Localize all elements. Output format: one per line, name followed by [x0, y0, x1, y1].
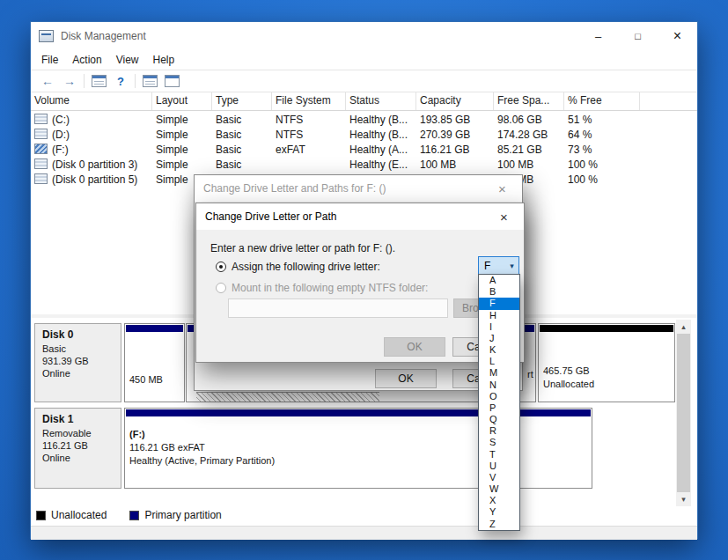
mount-folder-radio[interactable]: [216, 283, 226, 293]
column-header-filler: [640, 92, 697, 110]
partition-unallocated[interactable]: 465.75 GB Unallocated: [538, 323, 675, 402]
drive-letter-option[interactable]: J: [479, 333, 519, 344]
disk0-status: Online: [42, 367, 121, 379]
close-button[interactable]: ×: [658, 23, 697, 50]
window-glyph: [92, 75, 107, 87]
toolbar-separator: [135, 74, 136, 88]
drive-letter-option[interactable]: M: [479, 367, 519, 379]
column-header-pct-free[interactable]: % Free: [564, 92, 640, 110]
column-header-layout[interactable]: Layout: [152, 92, 212, 110]
legend: Unallocated Primary partition: [36, 509, 222, 521]
drive-letter-option[interactable]: B: [479, 286, 519, 298]
column-header-file-system[interactable]: File System: [272, 92, 346, 110]
volume-name: (F:): [52, 144, 69, 156]
change-drive-letter-or-path-dialog: Change Drive Letter or Path × Enter a ne…: [195, 203, 525, 363]
forward-arrow-icon[interactable]: →: [62, 72, 77, 90]
disk1-name: Disk 1: [42, 413, 121, 425]
disk1-size: 116.21 GB: [42, 439, 121, 452]
status-bar: [31, 526, 697, 540]
drive-letter-option[interactable]: W: [479, 483, 519, 495]
details-view-icon[interactable]: [142, 72, 158, 90]
drive-letter-dropdown-list: A B F H I J K L M N O P Q R S T U V W X …: [478, 274, 520, 531]
help-icon[interactable]: ?: [113, 72, 129, 90]
column-header-status[interactable]: Status: [346, 92, 416, 110]
minimize-button[interactable]: –: [578, 23, 618, 50]
console-tree-icon[interactable]: [91, 72, 107, 90]
column-header-capacity[interactable]: Capacity: [416, 92, 494, 110]
dialog-title: Change Drive Letter or Path: [205, 210, 336, 223]
disk1-label-box[interactable]: Disk 1 Removable 116.21 GB Online: [34, 408, 121, 489]
drive-letter-option-selected[interactable]: F: [479, 298, 519, 309]
maximize-button[interactable]: □: [618, 23, 658, 50]
vertical-scrollbar[interactable]: ▴ ▾: [676, 320, 691, 506]
disk0-type: Basic: [42, 343, 121, 355]
drive-letter-option[interactable]: Y: [479, 506, 519, 518]
unallocated-swatch: [36, 511, 46, 520]
cell-capacity: 270.39 GB: [416, 129, 494, 141]
cell-status: Healthy (E...: [346, 158, 416, 171]
close-icon[interactable]: ×: [484, 204, 524, 230]
drive-letter-option[interactable]: O: [479, 391, 519, 402]
drive-icon: [34, 114, 48, 124]
table-row-c[interactable]: (C:) Simple Basic NTFS Healthy (B... 193…: [31, 112, 697, 127]
menu-help[interactable]: Help: [146, 51, 182, 69]
legend-unallocated: Unallocated: [36, 509, 107, 521]
cell-free: 85.21 GB: [494, 144, 564, 156]
drive-letter-option[interactable]: N: [479, 379, 519, 391]
cell-free: 174.28 GB: [494, 129, 564, 141]
assign-drive-letter-radio[interactable]: [216, 262, 226, 272]
drive-letter-option[interactable]: A: [479, 275, 519, 286]
table-row-partition3[interactable]: (Disk 0 partition 3) Simple Basic Health…: [31, 157, 697, 172]
drive-letter-option[interactable]: K: [479, 344, 519, 356]
column-header-free-space[interactable]: Free Spa...: [494, 92, 564, 110]
drive-letter-option[interactable]: H: [479, 310, 519, 321]
scroll-up-icon[interactable]: ▴: [676, 320, 691, 334]
drive-letter-option[interactable]: V: [479, 472, 519, 483]
drive-letter-option[interactable]: R: [479, 425, 519, 437]
partition-450mb[interactable]: 450 MB: [124, 323, 185, 402]
scroll-down-icon[interactable]: ▾: [676, 492, 691, 506]
menu-bar: File Action View Help: [31, 50, 697, 70]
partition-f-name: (F:): [129, 429, 145, 439]
menu-view[interactable]: View: [109, 51, 146, 69]
table-row-d[interactable]: (D:) Simple Basic NTFS Healthy (B... 270…: [31, 127, 697, 142]
disk1-type: Removable: [42, 427, 121, 439]
drive-letter-combobox[interactable]: F ▾: [478, 256, 519, 275]
drive-letter-option[interactable]: L: [479, 356, 519, 367]
scrollbar-thumb[interactable]: [677, 334, 690, 492]
drive-letter-option[interactable]: Z: [479, 519, 519, 530]
partition-size-label: 450 MB: [129, 373, 182, 387]
drive-letter-option[interactable]: I: [479, 321, 519, 333]
drive-letter-option[interactable]: Q: [479, 414, 519, 425]
dialog-title-bar[interactable]: Change Drive Letter and Paths for F: () …: [195, 175, 522, 202]
disk0-label-box[interactable]: Disk 0 Basic 931.39 GB Online: [34, 323, 121, 402]
drive-letter-option[interactable]: S: [479, 437, 519, 448]
ok-button[interactable]: OK: [375, 369, 437, 388]
drive-letter-option[interactable]: U: [479, 461, 519, 472]
menu-file[interactable]: File: [34, 51, 65, 69]
menu-action[interactable]: Action: [65, 51, 108, 69]
action-pane-icon[interactable]: [164, 72, 180, 90]
dialog-title-bar[interactable]: Change Drive Letter or Path ×: [196, 203, 524, 230]
cell-layout: Simple: [152, 114, 212, 126]
drive-letter-option[interactable]: T: [479, 449, 519, 461]
cell-type: Basic: [212, 144, 272, 156]
cell-layout: Simple: [152, 158, 212, 171]
back-arrow-icon[interactable]: ←: [40, 72, 55, 90]
drive-letter-option[interactable]: X: [479, 495, 519, 506]
folder-path-input[interactable]: [228, 298, 448, 318]
pane-glyph: [165, 75, 180, 87]
column-header-volume[interactable]: Volume: [31, 92, 152, 110]
close-icon[interactable]: ×: [482, 176, 522, 202]
cell-fs: NTFS: [272, 129, 346, 141]
column-header-type[interactable]: Type: [212, 92, 272, 110]
cell-fs: NTFS: [272, 114, 346, 126]
cell-pct-free: 73 %: [564, 144, 640, 156]
cell-pct-free: 100 %: [564, 158, 640, 171]
title-bar[interactable]: Disk Management – □ ×: [31, 22, 697, 50]
table-row-f[interactable]: (F:) Simple Basic exFAT Healthy (A... 11…: [31, 142, 697, 157]
drive-letter-option[interactable]: P: [479, 402, 519, 414]
toolbar: ← → ?: [31, 70, 697, 92]
partition-f-drive[interactable]: (F:) 116.21 GB exFAT Healthy (Active, Pr…: [124, 408, 592, 489]
ok-button[interactable]: OK: [384, 337, 445, 357]
